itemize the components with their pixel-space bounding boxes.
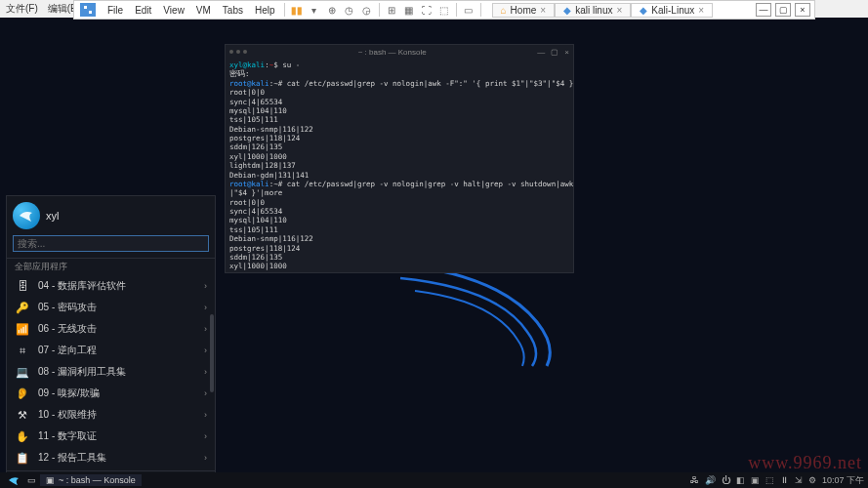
launcher-list: 🗄04 - 数据库评估软件›🔑05 - 密码攻击›📶06 - 无线攻击›⌗07 … xyxy=(7,275,215,470)
vmware-logo-icon xyxy=(80,3,96,17)
launcher-category-9[interactable]: 👥13 - Social Engineering Tools› xyxy=(7,468,215,470)
close-button[interactable]: × xyxy=(795,3,810,17)
fullscreen-icon[interactable]: ⛶ xyxy=(418,1,435,19)
chevron-right-icon: › xyxy=(204,346,207,355)
category-label: 05 - 密码攻击 xyxy=(38,301,97,314)
vm-menu-vm[interactable]: VM xyxy=(190,5,217,16)
tray-icon-6[interactable]: ⏸ xyxy=(780,475,789,485)
category-icon: 🗄 xyxy=(15,278,30,294)
username-label: xyl xyxy=(46,210,59,222)
launcher-category-6[interactable]: ⚒10 - 权限维持› xyxy=(7,404,215,426)
chevron-right-icon: › xyxy=(204,303,207,312)
vm-menu-edit[interactable]: Edit xyxy=(129,5,157,16)
kali-icon: ◆ xyxy=(640,5,647,16)
app-launcher: xyl 全部应用程序 🗄04 - 数据库评估软件›🔑05 - 密码攻击›📶06 … xyxy=(6,195,216,488)
launcher-category-1[interactable]: 🔑05 - 密码攻击› xyxy=(7,297,215,318)
minimize-icon[interactable]: — xyxy=(537,48,545,57)
close-icon[interactable]: × xyxy=(564,48,569,57)
vm-menu-file[interactable]: File xyxy=(102,5,129,16)
tab-label: kali linux xyxy=(575,5,612,16)
launcher-category-5[interactable]: 👂09 - 嗅探/欺骗› xyxy=(7,383,215,404)
svg-rect-1 xyxy=(84,6,87,9)
power-dropdown-icon[interactable]: ▾ xyxy=(306,1,323,19)
snapshot-icon[interactable]: ◷ xyxy=(341,1,358,19)
section-all-apps: 全部应用程序 xyxy=(7,258,215,275)
close-icon[interactable]: × xyxy=(617,5,623,16)
vm-menu-view[interactable]: View xyxy=(157,5,190,16)
category-icon: 📋 xyxy=(15,450,30,466)
stretch-icon[interactable]: ⬚ xyxy=(435,1,453,19)
system-tray: 🖧🔊⏻◧▣⬚⏸⇲⚙10:07 下午 xyxy=(690,474,864,487)
vmware-toolbar: File Edit View VM Tabs Help ▮▮ ▾ ⊕ ◷ ◶ ⊞… xyxy=(73,0,815,20)
app-menu-button[interactable] xyxy=(4,474,23,486)
vm-tabs: ⌂ Home × ◆ kali linux × ◆ Kali-Linux × xyxy=(492,3,714,18)
titlebar-menu-icon[interactable] xyxy=(229,50,247,54)
launcher-category-0[interactable]: 🗄04 - 数据库评估软件› xyxy=(7,275,215,297)
send-keys-icon[interactable]: ⊕ xyxy=(323,1,341,19)
tray-icon-2[interactable]: ⏻ xyxy=(722,475,730,485)
maximize-button[interactable]: ▢ xyxy=(775,3,791,17)
chevron-right-icon: › xyxy=(204,367,207,377)
chevron-right-icon: › xyxy=(204,388,207,398)
svg-rect-2 xyxy=(89,11,92,14)
chevron-right-icon: › xyxy=(204,431,207,441)
chevron-right-icon: › xyxy=(204,324,207,334)
tray-icon-7[interactable]: ⇲ xyxy=(795,475,803,485)
tab-label: Kali-Linux xyxy=(651,5,694,16)
tab-label: Home xyxy=(511,5,537,16)
category-label: 12 - 报告工具集 xyxy=(38,451,106,465)
launcher-header: xyl xyxy=(7,196,215,235)
home-icon: ⌂ xyxy=(501,5,507,16)
tray-icon-1[interactable]: 🔊 xyxy=(705,475,716,485)
clock[interactable]: 10:07 下午 xyxy=(822,474,864,487)
kali-panel: ▭ ▣ ~ : bash — Konsole 🖧🔊⏻◧▣⬚⏸⇲⚙10:07 下午 xyxy=(0,472,868,488)
konsole-window[interactable]: ~ : bash — Konsole — ▢ × xyl@kali:~$ su … xyxy=(225,44,574,273)
vm-menu-tabs[interactable]: Tabs xyxy=(217,5,249,16)
category-label: 04 - 数据库评估软件 xyxy=(38,279,126,293)
tab-kali-linux-2[interactable]: ◆ Kali-Linux × xyxy=(631,3,713,18)
launcher-category-3[interactable]: ⌗07 - 逆向工程› xyxy=(7,340,215,361)
pause-icon[interactable]: ▮▮ xyxy=(288,1,306,19)
launcher-category-2[interactable]: 📶06 - 无线攻击› xyxy=(7,318,215,340)
tab-home[interactable]: ⌂ Home × xyxy=(492,3,556,18)
terminal-titlebar[interactable]: ~ : bash — Konsole — ▢ × xyxy=(226,45,573,59)
launcher-search xyxy=(13,235,209,252)
category-icon: ⌗ xyxy=(15,343,30,358)
task-label: ~ : bash — Konsole xyxy=(59,475,136,485)
vm-menu-help[interactable]: Help xyxy=(249,5,281,16)
window-controls: — ▢ × xyxy=(756,3,814,17)
launcher-category-8[interactable]: 📋12 - 报告工具集› xyxy=(7,447,215,468)
launcher-category-7[interactable]: ✋11 - 数字取证› xyxy=(7,426,215,447)
minimize-button[interactable]: — xyxy=(756,3,771,17)
chevron-right-icon: › xyxy=(204,281,207,291)
category-icon: 👂 xyxy=(15,386,30,401)
terminal-title: ~ : bash — Konsole xyxy=(358,48,427,57)
snapshot-manager-icon[interactable]: ◶ xyxy=(358,1,376,19)
search-input[interactable] xyxy=(13,235,209,252)
category-label: 06 - 无线攻击 xyxy=(38,322,97,336)
unity-icon[interactable]: ⊞ xyxy=(383,1,400,19)
tray-icon-0[interactable]: 🖧 xyxy=(690,475,699,485)
terminal-body[interactable]: xyl@kali:~$ su -密码:root@kali:~# cat /etc… xyxy=(226,59,573,272)
watermark: www.9969.net xyxy=(748,453,862,473)
kali-menu-icon xyxy=(8,474,20,486)
taskbar-konsole[interactable]: ▣ ~ : bash — Konsole xyxy=(40,474,142,486)
tray-icon-3[interactable]: ◧ xyxy=(736,475,745,485)
show-desktop-button[interactable]: ▭ xyxy=(23,475,40,485)
category-label: 11 - 数字取证 xyxy=(38,429,97,443)
tray-icon-4[interactable]: ▣ xyxy=(751,475,760,485)
category-label: 07 - 逆向工程 xyxy=(38,344,97,357)
close-icon[interactable]: × xyxy=(698,5,704,16)
thumbnail-icon[interactable]: ▦ xyxy=(400,1,418,19)
tray-icon-5[interactable]: ⬚ xyxy=(765,475,774,485)
scrollbar[interactable] xyxy=(210,314,214,392)
category-icon: ✋ xyxy=(15,428,30,444)
maximize-icon[interactable]: ▢ xyxy=(551,48,558,57)
tray-icon-8[interactable]: ⚙ xyxy=(808,475,816,485)
library-icon[interactable]: ▭ xyxy=(460,1,477,19)
close-icon[interactable]: × xyxy=(540,5,546,16)
launcher-category-4[interactable]: 💻08 - 漏洞利用工具集› xyxy=(7,361,215,383)
chevron-right-icon: › xyxy=(204,453,207,463)
tab-kali-linux-1[interactable]: ◆ kali linux × xyxy=(555,3,631,18)
host-menu-file[interactable]: 文件(F) xyxy=(6,2,38,16)
